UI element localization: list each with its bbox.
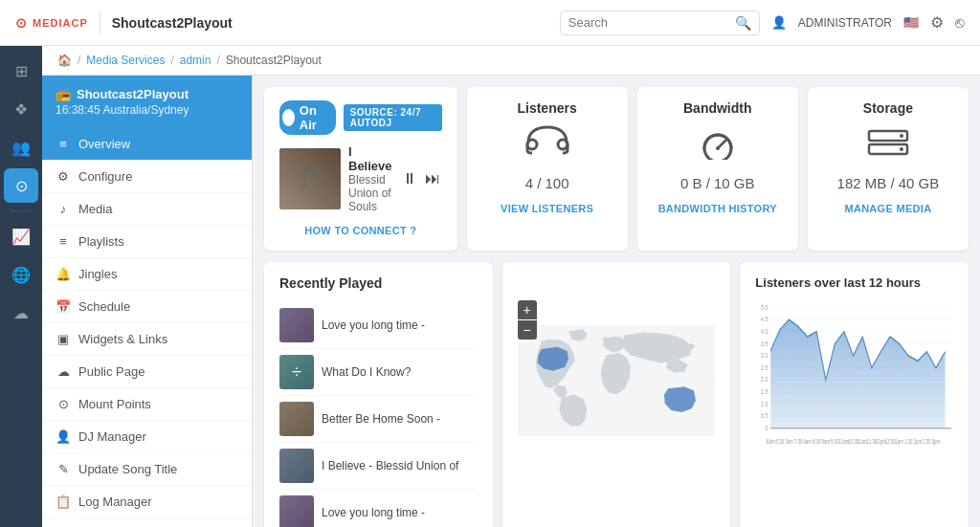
chart-panel: Listeners over last 12 hours 5.0 4.5 4.0…: [740, 262, 969, 527]
menu-item-reporting[interactable]: ⚙ Reporting: [42, 518, 252, 527]
menu-icon-mount: ⊙: [56, 397, 71, 411]
top-nav-actions: 👤 ADMINISTRATOR 🇺🇸 ⚙ ⎋: [771, 13, 965, 32]
breadcrumb: 🏠 / Media Services / admin / Shoutcast2P…: [42, 46, 980, 76]
svg-text:8:30: 8:30: [813, 438, 821, 445]
menu-link-log[interactable]: 📋 Log Manager: [42, 486, 252, 518]
gs-cloud[interactable]: ☁: [4, 296, 38, 330]
svg-text:2.0: 2.0: [761, 375, 768, 383]
bandwidth-history-link[interactable]: BANDWIDTH HISTORY: [658, 203, 777, 214]
menu-item-overview[interactable]: ≡ Overview: [42, 128, 252, 161]
svg-text:6Am: 6Am: [767, 438, 775, 445]
menu-link-playlists[interactable]: ≡ Playlists: [42, 226, 252, 258]
svg-point-4: [716, 146, 720, 150]
gs-users[interactable]: 👥: [4, 130, 38, 165]
content-wrapper: 📻 Shoutcast2Playout 16:38:45 Australia/S…: [42, 76, 980, 527]
track-title-2: What Do I Know?: [322, 365, 411, 379]
breadcrumb-home[interactable]: 🏠: [57, 54, 72, 67]
menu-item-public[interactable]: ☁ Public Page: [42, 356, 252, 388]
menu-icon-media: ♪: [56, 202, 71, 216]
menu-link-media[interactable]: ♪ Media: [42, 193, 252, 226]
onair-toggle[interactable]: On Air: [279, 100, 336, 135]
onair-card: On Air SOURCE: 24/7 AUTODJ 🎵 I Believe: [264, 87, 457, 251]
menu-item-updatesong[interactable]: ✎ Update Song Title: [42, 453, 252, 486]
search-bar[interactable]: 🔍: [560, 11, 760, 35]
onair-player: 🎵 I Believe Blessid Union of Souls ⏸ ⏭: [279, 144, 442, 213]
menu-link-public[interactable]: ☁ Public Page: [42, 356, 252, 388]
svg-text:3.0: 3.0: [761, 351, 768, 359]
breadcrumb-media-services[interactable]: Media Services: [86, 54, 165, 67]
svg-text:4.5: 4.5: [761, 315, 768, 322]
source-badge: SOURCE: 24/7 AUTODJ: [344, 104, 442, 131]
menu-item-log[interactable]: 📋 Log Manager: [42, 486, 252, 518]
track-title-4: I Believe - Blessid Union of: [322, 459, 458, 472]
recently-played-panel: Recently Played Love you long time - ÷ W…: [264, 262, 493, 527]
svg-text:0.5: 0.5: [761, 411, 768, 419]
service-header: 📻 Shoutcast2Playout 16:38:45 Australia/S…: [42, 76, 252, 128]
svg-text:9:30: 9:30: [831, 438, 839, 445]
sidebar-menu: ≡ Overview ⚙ Configure ♪ Media: [42, 128, 252, 527]
menu-icon-schedule: 📅: [56, 299, 71, 314]
menu-link-overview[interactable]: ≡ Overview: [42, 128, 252, 161]
track-title: I Believe: [348, 144, 392, 173]
view-listeners-link[interactable]: VIEW LISTENERS: [501, 203, 593, 214]
menu-item-media[interactable]: ♪ Media: [42, 193, 252, 226]
menu-item-widgets[interactable]: ▣ Widgets & Links: [42, 323, 252, 356]
menu-link-dj[interactable]: 👤 DJ Manager: [42, 421, 252, 453]
world-map: [518, 275, 716, 486]
menu-icon-jingles: 🔔: [56, 267, 71, 281]
pause-button[interactable]: ⏸: [400, 168, 419, 189]
gs-services[interactable]: ⊙: [4, 168, 38, 203]
global-sidebar: ⊞ ❖ 👥 ⊙ 📈 🌐 ☁: [0, 46, 42, 527]
track-thumb-3: [279, 402, 314, 436]
gs-stats[interactable]: 📈: [4, 219, 38, 253]
menu-link-configure[interactable]: ⚙ Configure: [42, 161, 252, 193]
settings-icon[interactable]: ⚙: [930, 13, 944, 32]
menu-item-schedule[interactable]: 📅 Schedule: [42, 291, 252, 323]
listeners-value: 4 / 100: [482, 175, 612, 191]
menu-link-updatesong[interactable]: ✎ Update Song Title: [42, 453, 252, 486]
how-to-connect-link[interactable]: HOW TO CONNECT ?: [304, 225, 416, 236]
breadcrumb-sep2: /: [170, 54, 173, 67]
storage-icon: [823, 125, 953, 167]
bandwidth-icon: [653, 125, 783, 167]
toggle-label: On Air: [300, 103, 326, 132]
menu-link-jingles[interactable]: 🔔 Jingles: [42, 258, 252, 291]
menu-link-reporting[interactable]: ⚙ Reporting: [42, 518, 252, 527]
menu-label-media: Media: [78, 202, 112, 216]
map-zoom-in[interactable]: +: [518, 300, 537, 319]
svg-text:8am: 8am: [804, 438, 813, 445]
listeners-card: Listeners 4 / 100 VI: [467, 87, 628, 251]
service-time: 16:38:45 Australia/Sydney: [56, 103, 238, 117]
manage-media-link[interactable]: MANAGE MEDIA: [844, 203, 931, 214]
menu-link-widgets[interactable]: ▣ Widgets & Links: [42, 323, 252, 356]
menu-icon-public: ☁: [56, 364, 71, 379]
gs-globe[interactable]: 🌐: [4, 257, 38, 292]
menu-link-mount[interactable]: ⊙ Mount Points: [42, 388, 252, 421]
menu-link-schedule[interactable]: 📅 Schedule: [42, 291, 252, 323]
search-input[interactable]: [568, 15, 729, 30]
onair-link: HOW TO CONNECT ?: [279, 223, 442, 237]
map-zoom-out[interactable]: −: [518, 320, 537, 340]
breadcrumb-admin[interactable]: admin: [180, 54, 212, 67]
svg-text:1.0: 1.0: [761, 400, 768, 407]
menu-item-jingles[interactable]: 🔔 Jingles: [42, 258, 252, 291]
svg-text:2.5: 2.5: [761, 363, 768, 371]
gs-plugins[interactable]: ❖: [4, 92, 38, 126]
menu-item-configure[interactable]: ⚙ Configure: [42, 161, 252, 193]
svg-text:1:30: 1:30: [904, 438, 913, 445]
onair-top: On Air SOURCE: 24/7 AUTODJ: [279, 100, 442, 135]
logout-icon[interactable]: ⎋: [955, 14, 965, 32]
next-button[interactable]: ⏭: [423, 168, 442, 189]
menu-icon-playlists: ≡: [56, 234, 71, 249]
menu-item-playlists[interactable]: ≡ Playlists: [42, 226, 252, 258]
menu-label-public: Public Page: [78, 364, 145, 379]
svg-text:2:30: 2:30: [923, 438, 931, 445]
search-icon[interactable]: 🔍: [735, 15, 751, 31]
track-artist: Blessid Union of Souls: [348, 173, 392, 213]
flag-icon: 🇺🇸: [903, 15, 919, 30]
menu-item-dj[interactable]: 👤 DJ Manager: [42, 421, 252, 453]
svg-point-8: [900, 147, 903, 151]
menu-icon-log: 📋: [56, 494, 71, 509]
menu-item-mount[interactable]: ⊙ Mount Points: [42, 388, 252, 421]
gs-dashboard[interactable]: ⊞: [4, 54, 38, 88]
